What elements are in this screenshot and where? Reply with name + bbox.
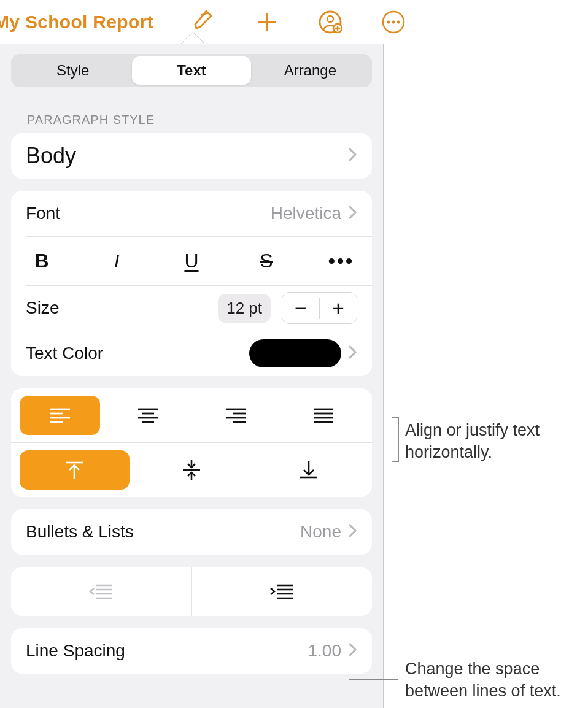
text-color-label: Text Color — [26, 344, 103, 363]
paragraph-style-card[interactable]: Body — [11, 133, 372, 179]
align-right-button[interactable] — [195, 396, 276, 435]
align-left-button[interactable] — [20, 396, 100, 435]
svg-point-10 — [397, 20, 400, 23]
indent-card — [11, 567, 372, 616]
size-label: Size — [26, 298, 59, 318]
increase-indent-button[interactable] — [191, 567, 373, 616]
valign-bottom-button[interactable] — [253, 450, 363, 490]
text-color-swatch[interactable] — [249, 339, 341, 367]
svg-point-3 — [327, 16, 333, 22]
underline-button[interactable]: U — [173, 250, 210, 272]
font-row[interactable]: Font Helvetica — [11, 191, 372, 236]
chevron-right-icon — [347, 642, 357, 660]
size-value[interactable]: 12 pt — [218, 294, 271, 323]
tab-text[interactable]: Text — [132, 56, 250, 85]
document-title: My School Report — [0, 12, 153, 33]
chevron-right-icon — [347, 204, 357, 223]
toolbar-icon-group — [189, 7, 408, 37]
callout-spacing: Change the space between lines of text. — [405, 658, 583, 702]
font-value: Helvetica — [271, 204, 341, 223]
italic-button[interactable]: I — [98, 250, 135, 272]
chevron-right-icon — [347, 344, 357, 363]
bullets-label: Bullets & Lists — [26, 522, 134, 542]
font-label: Font — [26, 204, 60, 223]
valign-top-button[interactable] — [20, 450, 130, 490]
add-icon[interactable] — [252, 7, 282, 37]
align-center-button[interactable] — [107, 396, 188, 435]
size-decrease-button[interactable]: − — [282, 293, 319, 323]
font-card: Font Helvetica B I U S ••• Size 12 pt − … — [11, 191, 372, 376]
collaborate-icon[interactable] — [315, 7, 345, 37]
bold-button[interactable]: B — [23, 250, 60, 272]
size-increase-button[interactable]: + — [320, 293, 357, 323]
decrease-indent-button[interactable] — [11, 567, 191, 616]
vertical-alignment-row — [11, 442, 372, 490]
line-spacing-value: 1.00 — [308, 641, 342, 661]
text-color-row[interactable]: Text Color — [11, 331, 372, 376]
align-justify-button[interactable] — [283, 396, 363, 435]
font-style-buttons: B I U S ••• — [11, 236, 372, 285]
tab-arrange[interactable]: Arrange — [251, 56, 369, 85]
size-stepper: − + — [282, 292, 357, 324]
strikethrough-button[interactable]: S — [248, 250, 285, 272]
horizontal-alignment-row — [20, 396, 363, 435]
paragraph-style-section-label: PARAGRAPH STYLE — [27, 113, 372, 127]
line-spacing-label: Line Spacing — [26, 641, 125, 661]
callout-spacing-text: Change the space between lines of text. — [405, 660, 561, 700]
format-panel: Style Text Arrange PARAGRAPH STYLE Body … — [0, 44, 384, 708]
svg-point-9 — [392, 20, 395, 23]
chevron-right-icon — [347, 523, 357, 541]
more-icon[interactable] — [379, 7, 408, 37]
more-text-options-button[interactable]: ••• — [323, 250, 360, 272]
tab-style[interactable]: Style — [14, 56, 132, 85]
valign-middle-button[interactable] — [137, 450, 247, 490]
top-toolbar: My School Report — [0, 0, 588, 44]
bullets-value: None — [300, 522, 341, 542]
bullets-card[interactable]: Bullets & Lists None — [11, 509, 372, 555]
callout-align-text: Align or justify text horizontally. — [405, 421, 540, 461]
size-row: Size 12 pt − + — [11, 285, 372, 331]
svg-point-8 — [387, 20, 390, 23]
paragraph-style-value: Body — [26, 143, 76, 169]
chevron-right-icon — [347, 147, 357, 165]
callout-align: Align or justify text horizontally. — [405, 419, 583, 464]
alignment-card — [11, 388, 372, 497]
tab-segmented-control: Style Text Arrange — [11, 54, 372, 87]
line-spacing-card[interactable]: Line Spacing 1.00 — [11, 628, 372, 674]
